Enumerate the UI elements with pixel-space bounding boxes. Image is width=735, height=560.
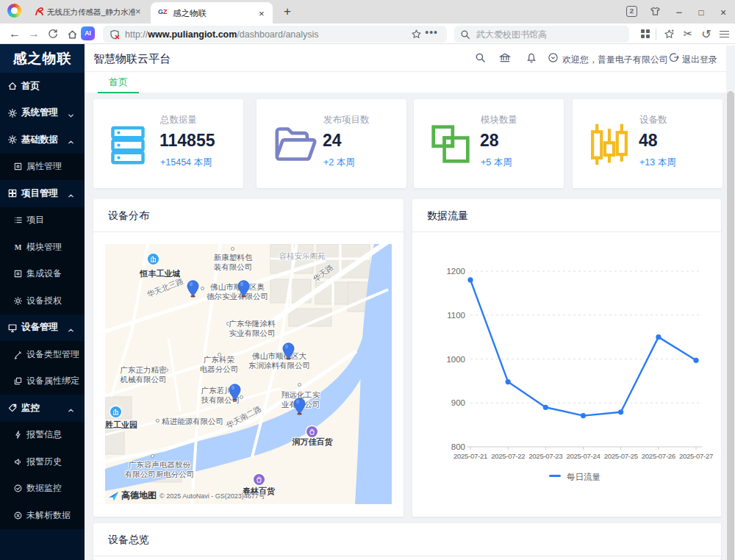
stat-label: 设备数 bbox=[639, 114, 667, 126]
browser-tab-active[interactable]: GZ 感之物联 × bbox=[151, 2, 273, 24]
svg-text:800: 800 bbox=[451, 442, 465, 451]
device-map[interactable]: 新康塑料包装有限公司容桂安乐阁苑恒丰工业城佛山市顺德区奥德尔实业有限公司广东华隆… bbox=[105, 244, 392, 504]
logout-icon[interactable] bbox=[669, 52, 679, 62]
logout-button[interactable]: 退出登录 bbox=[682, 54, 717, 66]
bookmark-star-icon[interactable] bbox=[411, 29, 422, 40]
header-search-icon[interactable] bbox=[475, 52, 486, 63]
favorites-icon[interactable] bbox=[660, 24, 678, 44]
tag-icon bbox=[7, 403, 18, 413]
map-panel-title: 设备分布 bbox=[93, 199, 404, 232]
browser-tab-inactive[interactable]: 无线压力传感器_静力水准仪_ × bbox=[28, 0, 149, 24]
chevron-up-icon bbox=[68, 137, 74, 148]
svg-text:1100: 1100 bbox=[447, 311, 465, 320]
svg-text:每日流量: 每日流量 bbox=[567, 473, 601, 481]
sidebar-item-4[interactable]: 项目管理 bbox=[0, 180, 85, 207]
back-button[interactable]: ← bbox=[6, 24, 24, 44]
sidebar-item-5[interactable]: 项目 bbox=[0, 207, 85, 234]
notification-bell-icon[interactable] bbox=[526, 52, 537, 64]
apps-grid-icon[interactable] bbox=[637, 24, 654, 44]
horn-icon bbox=[13, 457, 23, 467]
new-tab-button[interactable]: + bbox=[279, 4, 295, 20]
gear-icon bbox=[13, 296, 23, 306]
sidebar-item-14[interactable]: 报警历史 bbox=[0, 448, 85, 475]
stat-card-2: 模块数量28+5 本周 bbox=[414, 99, 564, 188]
device-map-pin[interactable] bbox=[282, 342, 295, 360]
scrollbar-thumb[interactable] bbox=[727, 91, 734, 560]
sidebar: 感之物联 首页系统管理基础数据属性管理项目管理项目M模块管理集成设备设备授权设备… bbox=[0, 44, 85, 560]
tab1-close-icon[interactable]: × bbox=[135, 7, 141, 16]
grid-icon bbox=[7, 188, 18, 198]
home-button[interactable] bbox=[63, 24, 81, 44]
sidebar-item-11[interactable]: 设备属性绑定 bbox=[0, 368, 85, 395]
monitor-icon bbox=[7, 323, 18, 333]
stat-label: 发布项目数 bbox=[323, 114, 370, 126]
m-icon: M bbox=[13, 243, 23, 252]
map-poi-shop-icon bbox=[306, 426, 318, 437]
browser-menu-icon[interactable] bbox=[715, 24, 733, 44]
chevron-down-icon bbox=[68, 111, 74, 121]
sidebar-menu: 首页系统管理基础数据属性管理项目管理项目M模块管理集成设备设备授权设备管理设备类… bbox=[0, 73, 85, 529]
traffic-panel-title: 数据流量 bbox=[412, 199, 721, 232]
user-avatar-icon[interactable] bbox=[548, 52, 559, 63]
svg-text:2025-07-27: 2025-07-27 bbox=[679, 452, 713, 460]
modules-icon bbox=[430, 123, 471, 168]
traffic-panel: 数据流量 8009001000110012002025-07-212025-07… bbox=[412, 199, 721, 517]
device-map-pin[interactable] bbox=[293, 398, 306, 415]
reload-button[interactable] bbox=[44, 24, 62, 44]
sidebar-item-10[interactable]: 设备类型管理 bbox=[0, 341, 85, 368]
browser-search-box[interactable] bbox=[454, 26, 629, 43]
stat-delta: +5 本周 bbox=[481, 157, 512, 169]
traffic-chart: 8009001000110012002025-07-212025-07-2220… bbox=[412, 232, 721, 517]
chevron-up-icon bbox=[68, 326, 74, 336]
url-text[interactable]: http://www.puliangiot.com/dashboard/anal… bbox=[125, 29, 319, 40]
header-bank-icon[interactable] bbox=[499, 52, 511, 64]
forward-button[interactable]: → bbox=[25, 24, 43, 44]
page-scrollbar[interactable] bbox=[726, 90, 735, 560]
stat-value: 28 bbox=[480, 131, 499, 151]
url-more-icon[interactable]: ••• bbox=[425, 26, 438, 38]
map-copyright: © 2025 AutoNavi - GS(2023)4677号 bbox=[159, 492, 265, 501]
sidebar-item-13[interactable]: 报警信息 bbox=[0, 422, 85, 449]
sidebar-item-12[interactable]: 监控 bbox=[0, 395, 85, 422]
square-icon bbox=[13, 269, 23, 279]
map-label: 广东科荣电器分公司 bbox=[200, 355, 239, 374]
device-map-pin[interactable] bbox=[237, 280, 250, 298]
sidebar-item-9[interactable]: 设备管理 bbox=[0, 315, 85, 342]
sidebar-item-1[interactable]: 系统管理 bbox=[0, 100, 85, 127]
sidebar-item-7[interactable]: 集成设备 bbox=[0, 261, 85, 288]
stat-card-0: 总数据量114855+15454 本周 bbox=[93, 99, 243, 188]
sidebar-item-0[interactable]: 首页 bbox=[0, 73, 85, 100]
ai-assistant-icon[interactable]: AI bbox=[81, 26, 95, 40]
x-circle-icon bbox=[13, 511, 23, 520]
device-overview-panel: 设备总览 bbox=[93, 523, 721, 560]
tab2-title: 感之物联 bbox=[173, 8, 207, 19]
check-circle-icon bbox=[13, 484, 23, 493]
home-icon bbox=[7, 81, 18, 91]
svg-text:2025-07-25: 2025-07-25 bbox=[604, 452, 638, 460]
search-input[interactable] bbox=[476, 26, 620, 43]
download-count-badge[interactable]: 2 bbox=[626, 6, 637, 17]
url-bar[interactable]: http://www.puliangiot.com/dashboard/anal… bbox=[103, 26, 447, 43]
page-tab-home[interactable]: 首页 bbox=[98, 72, 139, 93]
device-map-pin[interactable] bbox=[229, 384, 241, 401]
svg-text:2025-07-26: 2025-07-26 bbox=[642, 452, 675, 460]
tab2-favicon-icon: GZ bbox=[158, 8, 168, 15]
screenshot-scissors-icon[interactable]: ✂ bbox=[679, 24, 697, 44]
device-map-pin[interactable] bbox=[187, 280, 199, 298]
map-label: 佛山市顺德区大东润涂料有限公司 bbox=[248, 351, 310, 370]
sidebar-item-8[interactable]: 设备授权 bbox=[0, 287, 85, 315]
candles-icon bbox=[589, 123, 630, 170]
site-security-icon[interactable] bbox=[110, 29, 120, 40]
sidebar-item-15[interactable]: 数据监控 bbox=[0, 475, 85, 503]
welcome-text: 欢迎您，普量电子有限公司 bbox=[562, 54, 668, 66]
sidebar-item-3[interactable]: 属性管理 bbox=[0, 154, 85, 181]
browser-logo-icon[interactable] bbox=[7, 4, 21, 18]
sidebar-item-2[interactable]: 基础数据 bbox=[0, 126, 85, 154]
map-poi-building-icon bbox=[110, 406, 121, 417]
page-tabbar: 首页 bbox=[85, 72, 726, 93]
tab2-close-icon[interactable]: × bbox=[259, 9, 265, 18]
sidebar-item-6[interactable]: M模块管理 bbox=[0, 234, 85, 261]
browser-titlebar: 无线压力传感器_静力水准仪_ × GZ 感之物联 × + 2 − □ × bbox=[0, 0, 735, 24]
sidebar-item-16[interactable]: 未解析数据 bbox=[0, 502, 85, 529]
restore-session-icon[interactable]: ↺ bbox=[698, 24, 715, 44]
